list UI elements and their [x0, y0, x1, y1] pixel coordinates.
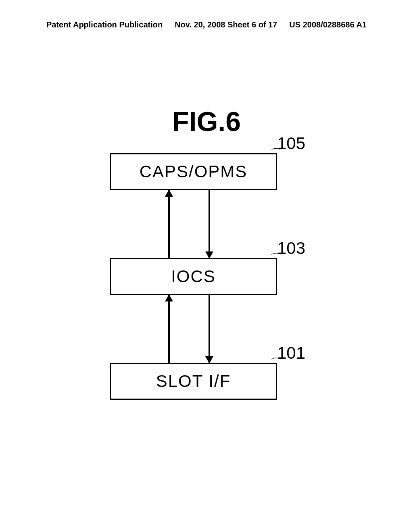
block-label: IOCS — [171, 267, 216, 286]
arrow-up-icon — [168, 295, 170, 363]
page-header: Patent Application Publication Nov. 20, … — [0, 20, 413, 29]
figure-title: FIG.6 — [172, 106, 241, 137]
arrow-down-icon — [209, 295, 210, 363]
block-iocs: IOCS — [110, 258, 277, 295]
block-caps-opms: CAPS/OPMS — [110, 153, 277, 190]
block-slot-if: SLOT I/F — [110, 363, 277, 400]
block-label: SLOT I/F — [156, 372, 231, 391]
block-label: CAPS/OPMS — [140, 162, 248, 181]
header-center: Nov. 20, 2008 Sheet 6 of 17 — [175, 20, 277, 29]
arrow-down-icon — [209, 190, 210, 258]
header-right: US 2008/0288686 A1 — [289, 20, 367, 29]
header-left: Patent Application Publication — [46, 20, 163, 29]
arrow-up-icon — [168, 190, 170, 258]
